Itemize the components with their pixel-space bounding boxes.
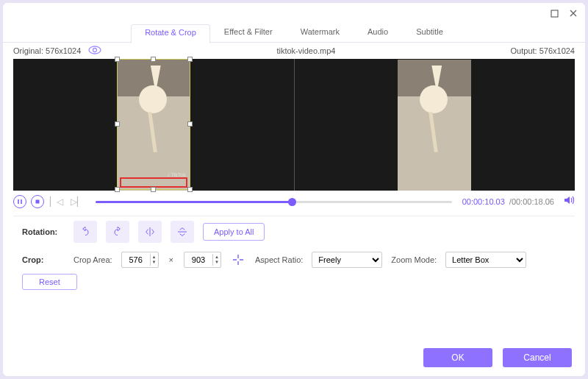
crop-handle[interactable]	[115, 187, 120, 192]
next-frame-button[interactable]: ▷▏	[69, 196, 85, 207]
close-icon[interactable]	[569, 9, 578, 18]
reset-button[interactable]: Reset	[22, 274, 77, 290]
rotation-row: Rotation: Apply to All	[3, 216, 585, 247]
output-size-label: Output: 576x1024	[511, 46, 575, 55]
svg-rect-0	[551, 10, 558, 17]
crop-handle[interactable]	[151, 57, 156, 62]
volume-icon[interactable]	[563, 195, 575, 208]
zoom-mode-label: Zoom Mode:	[391, 255, 437, 264]
timeline-progress	[96, 201, 292, 203]
by-symbol: ×	[168, 255, 175, 264]
pause-button[interactable]	[13, 195, 26, 208]
reset-row: Reset	[3, 272, 585, 294]
aspect-ratio-label: Aspect Ratio:	[255, 255, 303, 264]
crop-area-label: Crop Area:	[74, 255, 112, 264]
crop-selection[interactable]	[117, 59, 190, 190]
maximize-icon[interactable]	[551, 10, 559, 18]
tab-audio[interactable]: Audio	[354, 24, 402, 42]
rotation-label: Rotation:	[22, 227, 65, 236]
svg-point-1	[89, 46, 101, 54]
crop-label: Crop:	[22, 255, 65, 264]
tab-watermark[interactable]: Watermark	[287, 24, 354, 42]
current-time: 00:00:10.03	[462, 197, 505, 206]
rotate-left-button[interactable]	[74, 221, 97, 243]
title-bar	[3, 3, 585, 24]
crop-row: Crop: Crop Area: ▲▼ × ▲▼ Aspect Ratio: F…	[3, 247, 585, 272]
stop-button[interactable]	[31, 195, 44, 208]
crop-handle[interactable]	[187, 187, 193, 192]
rotate-right-button[interactable]	[106, 221, 129, 243]
crop-handle[interactable]	[115, 57, 120, 62]
source-pane[interactable]: ♪ TikTok	[13, 59, 294, 191]
crop-handle[interactable]	[187, 57, 193, 62]
editor-window: Rotate & Crop Effect & Filter Watermark …	[3, 3, 585, 376]
output-pane	[295, 59, 576, 191]
info-row: Original: 576x1024 tiktok-video.mp4 Outp…	[3, 43, 585, 59]
filename-label: tiktok-video.mp4	[276, 46, 335, 55]
total-time: /00:00:18.06	[509, 197, 554, 206]
center-crop-button[interactable]	[230, 252, 246, 268]
original-size-label: Original: 576x1024	[13, 46, 81, 55]
playback-controls: ▏◁ ▷▏ 00:00:10.03/00:00:18.06	[3, 191, 585, 216]
flip-vertical-button[interactable]	[171, 221, 194, 243]
svg-point-2	[93, 49, 97, 52]
apply-to-all-button[interactable]: Apply to All	[203, 223, 265, 241]
crop-height-input[interactable]: ▲▼	[184, 252, 221, 268]
timeline-knob[interactable]	[288, 198, 296, 206]
output-thumbnail	[398, 60, 471, 191]
flip-horizontal-button[interactable]	[138, 221, 162, 243]
timeline-slider[interactable]	[96, 201, 452, 203]
tab-subtitle[interactable]: Subtitle	[402, 24, 457, 42]
crop-handle[interactable]	[115, 121, 120, 127]
eye-icon[interactable]	[88, 46, 101, 56]
crop-handle[interactable]	[151, 187, 156, 192]
crop-width-input[interactable]: ▲▼	[121, 252, 159, 268]
svg-rect-3	[36, 200, 40, 204]
crop-handle[interactable]	[187, 121, 193, 127]
cancel-button[interactable]: Cancel	[503, 348, 572, 367]
tab-effect-filter[interactable]: Effect & Filter	[210, 24, 287, 42]
footer-buttons: OK Cancel	[423, 348, 572, 367]
preview-area: ♪ TikTok	[13, 59, 575, 191]
tab-bar: Rotate & Crop Effect & Filter Watermark …	[3, 24, 585, 43]
zoom-mode-select[interactable]: Letter Box	[445, 252, 526, 268]
prev-frame-button[interactable]: ▏◁	[49, 196, 65, 207]
aspect-ratio-select[interactable]: Freely	[312, 252, 382, 268]
ok-button[interactable]: OK	[423, 348, 492, 367]
tab-rotate-crop[interactable]: Rotate & Crop	[131, 24, 210, 43]
